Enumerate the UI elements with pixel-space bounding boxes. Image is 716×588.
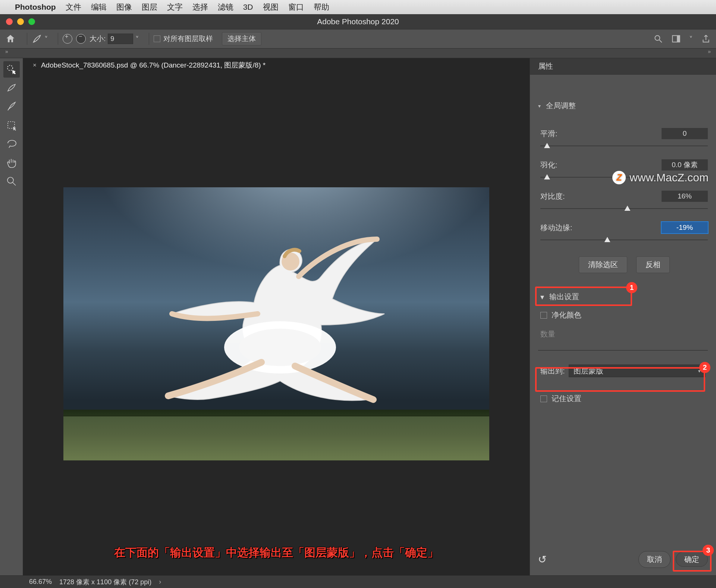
svg-point-6 (7, 177, 13, 183)
left-toolbar (0, 58, 23, 575)
highlight-2 (535, 367, 705, 392)
home-icon[interactable] (5, 34, 16, 44)
document-tab[interactable]: × AdobeStock_78360685.psd @ 66.7% (Dance… (33, 60, 266, 70)
close-tab-icon[interactable]: × (33, 62, 37, 69)
tool-preset-chevron-icon[interactable]: ˅ (44, 35, 48, 43)
add-to-selection-icon[interactable] (63, 34, 72, 44)
feather-value[interactable]: 0.0 像素 (662, 159, 708, 171)
window-titlebar: Adobe Photoshop 2020 (0, 14, 716, 29)
menu-3d[interactable]: 3D (243, 3, 253, 12)
workspace-chevron-icon[interactable]: ˅ (689, 35, 693, 43)
clear-selection-button[interactable]: 清除选区 (579, 256, 627, 273)
feather-label: 羽化: (540, 160, 585, 170)
shift-edge-value[interactable]: -19% (662, 222, 708, 233)
svg-line-1 (659, 40, 662, 43)
shift-edge-slider[interactable] (540, 236, 708, 244)
menu-window[interactable]: 窗口 (288, 2, 304, 12)
status-chevron-icon[interactable]: › (159, 578, 161, 586)
window-title: Adobe Photoshop 2020 (0, 17, 716, 26)
subtract-from-selection-icon[interactable] (76, 34, 86, 44)
amount-slider (538, 347, 708, 354)
brush-size-input[interactable] (108, 34, 133, 44)
feather-slider[interactable] (540, 173, 708, 181)
badge-2: 2 (699, 362, 710, 373)
properties-tab[interactable]: 属性 (530, 58, 716, 75)
global-refinements-header[interactable]: ▾ 全局调整 (530, 97, 716, 115)
refine-edge-brush-tool[interactable] (3, 80, 20, 96)
contrast-value[interactable]: 16% (662, 191, 708, 202)
menu-view[interactable]: 视图 (263, 2, 279, 12)
menu-file[interactable]: 文件 (66, 2, 81, 12)
remember-settings-label: 记住设置 (552, 394, 581, 404)
properties-panel: 属性 ▾ 全局调整 平滑: 0 羽化: 0.0 像素 对比度: 16% Z (530, 58, 716, 575)
svg-point-0 (655, 35, 660, 40)
workspace-icon[interactable] (671, 34, 681, 44)
brush-size-chevron-icon[interactable]: ˅ (135, 35, 139, 43)
brush-size-label: 大小: (90, 34, 106, 44)
sample-all-layers-checkbox[interactable] (154, 35, 160, 42)
menu-select[interactable]: 选择 (192, 2, 208, 12)
status-dimensions: 1728 像素 x 1100 像素 (72 ppi) (59, 578, 151, 587)
invert-button[interactable]: 反相 (636, 256, 670, 273)
smooth-label: 平滑: (540, 129, 585, 139)
menu-type[interactable]: 文字 (167, 2, 183, 12)
document-tab-label: AdobeStock_78360685.psd @ 66.7% (Dancer-… (41, 60, 266, 70)
panel-collapse-bar: » » (0, 49, 716, 58)
remember-settings-checkbox[interactable] (540, 395, 547, 402)
brush-tool[interactable] (3, 98, 20, 115)
quick-selection-tool[interactable] (3, 61, 20, 78)
reset-icon[interactable]: ↻ (538, 553, 547, 566)
annotation-caption: 在下面的「输出设置」中选择输出至「图层蒙版」，点击「确定」 (23, 545, 530, 560)
polygon-lasso-tool[interactable] (3, 117, 20, 134)
badge-1: 1 (626, 282, 637, 293)
options-bar: ˅ 大小: ˅ 对所有图层取样 选择主体 ˅ (0, 29, 716, 49)
decontaminate-colors-checkbox[interactable] (540, 312, 547, 319)
amount-label: 数量 (540, 329, 555, 339)
canvas-image[interactable] (63, 187, 489, 460)
menu-edit[interactable]: 编辑 (91, 2, 107, 12)
share-icon[interactable] (701, 34, 711, 44)
svg-point-9 (239, 329, 321, 366)
menu-image[interactable]: 图像 (116, 2, 132, 12)
menu-help[interactable]: 帮助 (314, 2, 329, 12)
smooth-value[interactable]: 0 (662, 128, 708, 139)
status-zoom[interactable]: 66.67% (29, 578, 52, 586)
lasso-tool[interactable] (3, 136, 20, 152)
mac-menubar: Photoshop 文件 编辑 图像 图层 文字 选择 滤镜 3D 视图 窗口 … (0, 0, 716, 14)
menu-filter[interactable]: 滤镜 (218, 2, 233, 12)
decontaminate-colors-label: 净化颜色 (552, 310, 581, 320)
badge-3: 3 (703, 545, 714, 556)
canvas-area: × AdobeStock_78360685.psd @ 66.7% (Dance… (23, 58, 530, 575)
toolbar-collapse-icon[interactable]: » (0, 49, 8, 58)
svg-line-7 (13, 182, 16, 185)
tool-preset-icon[interactable] (32, 34, 42, 44)
select-subject-button[interactable]: 选择主体 (222, 32, 261, 46)
zoom-tool[interactable] (3, 173, 20, 190)
dancer-figure (146, 220, 407, 438)
sample-all-layers-label: 对所有图层取样 (163, 34, 213, 44)
search-icon[interactable] (653, 34, 663, 44)
svg-rect-3 (677, 35, 680, 42)
menu-layer[interactable]: 图层 (142, 2, 157, 12)
smooth-slider[interactable] (540, 142, 708, 150)
contrast-label: 对比度: (540, 191, 585, 201)
app-name[interactable]: Photoshop (15, 3, 56, 12)
panel-collapse-icon[interactable]: » (708, 49, 716, 58)
global-refinements-label: 全局调整 (546, 101, 576, 111)
highlight-1 (535, 287, 632, 306)
status-bar: 66.67% 1728 像素 x 1100 像素 (72 ppi) › (0, 575, 716, 588)
hand-tool[interactable] (3, 154, 20, 171)
svg-point-4 (7, 65, 13, 71)
contrast-slider[interactable] (540, 205, 708, 212)
chevron-down-icon: ▾ (538, 103, 541, 109)
shift-edge-label: 移动边缘: (540, 223, 585, 233)
cancel-button[interactable]: 取消 (638, 551, 671, 568)
